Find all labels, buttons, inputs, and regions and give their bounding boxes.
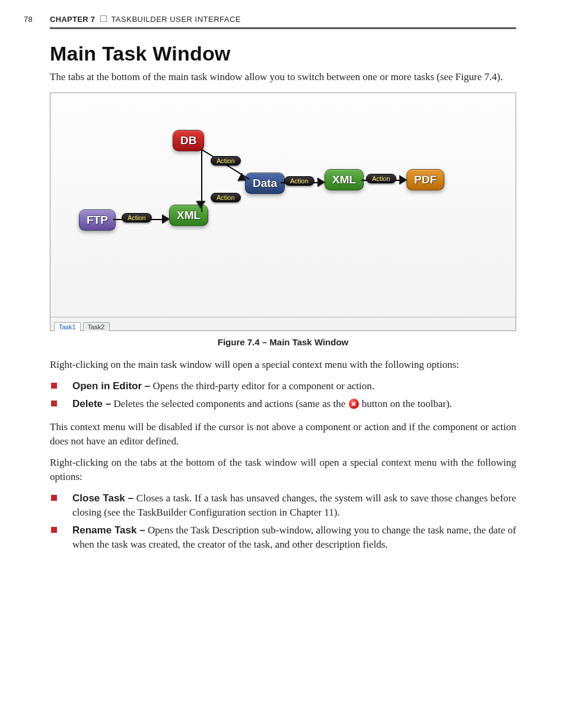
figure-canvas: DB FTP XML Data XML PDF Action Action Ac… [50, 93, 516, 317]
node-ftp: FTP [79, 209, 116, 231]
action-pill: Action [211, 193, 241, 202]
context-menu-list-tabs: Close Task – Closes a task. If a task ha… [50, 491, 516, 552]
section-heading: Main Task Window [50, 42, 516, 65]
tab-task1[interactable]: Task1 [54, 322, 81, 331]
list-desc: Deletes the selected components and acti… [111, 398, 348, 409]
figure-main-task-window: DB FTP XML Data XML PDF Action Action Ac… [50, 93, 516, 331]
arrowhead-icon [399, 175, 407, 185]
action-pill: Action [211, 156, 241, 166]
node-xml-upper: XML [325, 169, 364, 190]
list-term: Rename Task – [72, 524, 145, 536]
chapter-square-icon [100, 15, 107, 22]
delete-x-icon [349, 399, 359, 409]
intro-paragraph: The tabs at the bottom of the main task … [50, 70, 516, 84]
page: 78 CHAPTER 7 TASKBUILDER USER INTERFACE … [0, 0, 566, 728]
arrowhead-icon [162, 214, 170, 224]
list-item: Close Task – Closes a task. If a task ha… [50, 491, 516, 520]
action-pill: Action [122, 213, 152, 222]
arrowhead-icon [196, 201, 206, 209]
context-menu-list-main: Open in Editor – Opens the third-party e… [50, 379, 516, 411]
list-term: Delete – [72, 398, 111, 409]
tab-task2[interactable]: Task2 [83, 322, 110, 331]
chapter-label: CHAPTER 7 [50, 15, 95, 24]
action-pill: Action [284, 176, 314, 186]
list-desc: Closes a task. If a task has unsaved cha… [72, 492, 516, 518]
paragraph-right-click-main: Right-clicking on the main task window w… [50, 358, 516, 372]
list-item: Rename Task – Opens the Task Description… [50, 523, 516, 552]
paragraph-right-click-tabs: Right-clicking on the tabs at the bottom… [50, 456, 516, 484]
running-header: 78 CHAPTER 7 TASKBUILDER USER INTERFACE [50, 15, 516, 29]
page-number: 78 [24, 15, 33, 24]
action-pill: Action [366, 174, 396, 183]
list-desc: Opens the third-party editor for a compo… [150, 380, 374, 392]
list-item: Open in Editor – Opens the third-party e… [50, 379, 516, 393]
paragraph-disabled-note: This context menu will be disabled if th… [50, 420, 516, 449]
list-term: Open in Editor – [72, 380, 150, 392]
list-term: Close Task – [72, 492, 133, 504]
figure-tab-bar: Task1 Task2 [50, 317, 516, 330]
list-desc: button on the toolbar). [360, 398, 452, 409]
node-db: DB [173, 130, 204, 151]
node-data: Data [245, 173, 285, 194]
chapter-title: TASKBUILDER USER INTERFACE [111, 15, 241, 24]
node-pdf: PDF [406, 169, 444, 190]
arrowhead-icon [317, 177, 325, 187]
connectors-svg [50, 93, 516, 317]
figure-caption: Figure 7.4 – Main Task Window [50, 337, 516, 347]
list-item: Delete – Deletes the selected components… [50, 397, 516, 411]
